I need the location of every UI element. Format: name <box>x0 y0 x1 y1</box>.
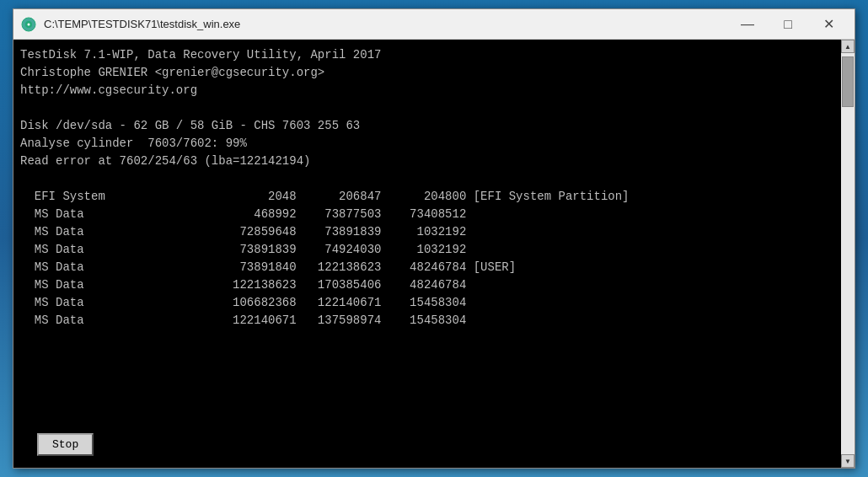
scrollbar-track[interactable] <box>841 53 855 454</box>
stop-button[interactable]: Stop <box>37 433 94 456</box>
maximize-button[interactable]: □ <box>769 12 807 37</box>
scrollbar[interactable]: ▲ ▼ <box>841 40 855 468</box>
svg-point-2 <box>28 23 30 25</box>
scrollbar-thumb[interactable] <box>842 56 854 107</box>
close-button[interactable]: ✕ <box>809 12 848 37</box>
titlebar: C:\TEMP\TESTDISK71\testdisk_win.exe — □ … <box>13 9 855 40</box>
console-wrapper: TestDisk 7.1-WIP, Data Recovery Utility,… <box>13 40 855 468</box>
console-output: TestDisk 7.1-WIP, Data Recovery Utility,… <box>20 46 836 330</box>
scroll-up-button[interactable]: ▲ <box>841 40 855 53</box>
window-title: C:\TEMP\TESTDISK71\testdisk_win.exe <box>44 18 728 30</box>
scroll-down-button[interactable]: ▼ <box>841 454 855 468</box>
minimize-button[interactable]: — <box>728 12 767 37</box>
window-controls: — □ ✕ <box>728 12 848 37</box>
console-content: TestDisk 7.1-WIP, Data Recovery Utility,… <box>13 40 841 468</box>
app-icon <box>20 16 37 33</box>
main-window: C:\TEMP\TESTDISK71\testdisk_win.exe — □ … <box>13 8 855 469</box>
